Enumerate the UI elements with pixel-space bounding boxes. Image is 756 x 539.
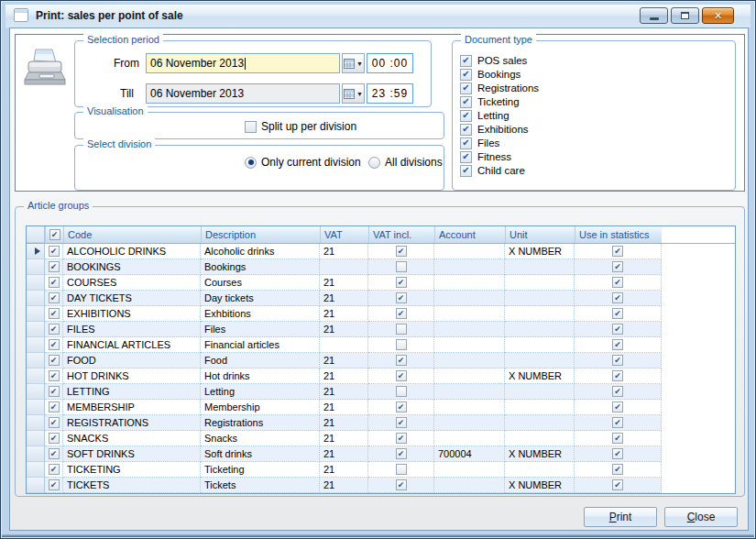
- table-row[interactable]: SNACKSSnacks21: [27, 431, 735, 446]
- row-selector-cell[interactable]: [27, 291, 45, 306]
- vinc-checkbox[interactable]: [396, 370, 407, 381]
- row-selector-cell[interactable]: [27, 244, 45, 259]
- row-selector-cell[interactable]: [27, 259, 45, 275]
- stat-checkbox[interactable]: [612, 308, 623, 319]
- from-time-input[interactable]: 00 :00: [367, 53, 413, 73]
- document-type-checkbox[interactable]: [460, 165, 472, 177]
- table-row[interactable]: ALCOHOLIC DRINKSAlcoholic drinks21X NUMB…: [27, 244, 735, 259]
- document-type-item[interactable]: Files: [460, 137, 499, 149]
- stat-checkbox[interactable]: [612, 386, 623, 397]
- document-type-checkbox[interactable]: [460, 124, 472, 136]
- chk-checkbox[interactable]: [49, 417, 60, 428]
- vinc-checkbox[interactable]: [396, 433, 407, 444]
- chk-checkbox[interactable]: [49, 355, 60, 366]
- table-row[interactable]: COURSESCourses21: [27, 275, 735, 291]
- select-all-checkbox[interactable]: [49, 229, 60, 240]
- only-current-division-radio[interactable]: [245, 157, 257, 169]
- row-selector-cell[interactable]: [27, 368, 45, 384]
- chk-checkbox[interactable]: [49, 464, 60, 475]
- table-row[interactable]: HOT DRINKSHot drinks21X NUMBER: [27, 368, 735, 384]
- document-type-item[interactable]: Ticketing: [460, 95, 520, 108]
- vinc-checkbox[interactable]: [396, 261, 407, 272]
- vinc-checkbox[interactable]: [396, 355, 407, 366]
- minimize-button[interactable]: [640, 7, 668, 24]
- till-time-input[interactable]: 23 :59: [367, 83, 413, 104]
- chk-checkbox[interactable]: [49, 339, 60, 350]
- stat-checkbox[interactable]: [612, 292, 623, 303]
- row-selector-cell[interactable]: [27, 431, 45, 446]
- table-row[interactable]: FOODFood21: [27, 353, 735, 368]
- row-selector-cell[interactable]: [27, 446, 45, 462]
- document-type-checkbox[interactable]: [460, 55, 472, 67]
- document-type-checkbox[interactable]: [460, 138, 472, 149]
- all-divisions-radio[interactable]: [368, 157, 380, 169]
- column-header-desc[interactable]: Description: [201, 226, 320, 243]
- chk-checkbox[interactable]: [49, 292, 60, 303]
- document-type-checkbox[interactable]: [460, 82, 472, 94]
- column-header-stat[interactable]: Use in statistics: [575, 226, 662, 243]
- chk-checkbox[interactable]: [49, 246, 60, 257]
- chk-checkbox[interactable]: [49, 370, 60, 381]
- column-header-acc[interactable]: Account: [434, 226, 505, 243]
- vinc-checkbox[interactable]: [396, 464, 407, 475]
- row-selector-cell[interactable]: [27, 462, 45, 478]
- vinc-checkbox[interactable]: [396, 277, 407, 288]
- stat-checkbox[interactable]: [612, 339, 623, 350]
- table-row[interactable]: LETTINGLetting21: [27, 384, 735, 400]
- table-row[interactable]: EXHIBITIONSExhbitions21: [27, 306, 735, 322]
- row-selector-cell[interactable]: [27, 275, 45, 291]
- stat-checkbox[interactable]: [612, 355, 623, 366]
- vinc-checkbox[interactable]: [396, 479, 407, 490]
- row-selector-cell[interactable]: [27, 353, 45, 368]
- close-button[interactable]: ✕: [702, 7, 734, 24]
- row-selector-cell[interactable]: [27, 415, 45, 431]
- row-selector-cell[interactable]: [27, 478, 45, 493]
- split-per-division-checkbox[interactable]: [245, 121, 257, 133]
- table-row[interactable]: MEMBERSHIPMembership21: [27, 400, 735, 415]
- all-divisions-option[interactable]: All divisions: [368, 156, 443, 169]
- vinc-checkbox[interactable]: [396, 246, 407, 257]
- document-type-item[interactable]: Bookings: [460, 68, 520, 81]
- close-button-footer[interactable]: Close: [664, 507, 738, 527]
- table-row[interactable]: BOOKINGSBookings: [27, 259, 735, 275]
- vinc-checkbox[interactable]: [396, 386, 407, 397]
- table-row[interactable]: REGISTRATIONSRegistrations21: [27, 415, 735, 431]
- from-calendar-button[interactable]: ▼: [342, 53, 365, 73]
- column-header-vat[interactable]: VAT: [320, 226, 368, 243]
- document-type-checkbox[interactable]: [460, 110, 472, 122]
- till-calendar-button[interactable]: ▼: [342, 83, 365, 104]
- split-per-division-option[interactable]: Split up per division: [245, 120, 356, 133]
- chk-checkbox[interactable]: [49, 479, 60, 490]
- stat-checkbox[interactable]: [612, 324, 623, 335]
- vinc-checkbox[interactable]: [396, 402, 407, 412]
- column-header-code[interactable]: Code: [63, 226, 201, 243]
- chk-checkbox[interactable]: [49, 402, 60, 412]
- chk-checkbox[interactable]: [49, 277, 60, 288]
- stat-checkbox[interactable]: [612, 479, 623, 490]
- column-header-unit[interactable]: Unit: [505, 226, 575, 243]
- table-row[interactable]: DAY TICKETSDay tickets21: [27, 291, 735, 306]
- table-row[interactable]: FILESFiles21: [27, 322, 735, 337]
- vinc-checkbox[interactable]: [396, 448, 407, 459]
- only-current-division-option[interactable]: Only current division: [245, 156, 361, 169]
- stat-checkbox[interactable]: [612, 246, 623, 257]
- print-button[interactable]: Print: [584, 507, 657, 527]
- chk-checkbox[interactable]: [49, 448, 60, 459]
- column-header-vinc[interactable]: VAT incl.: [368, 226, 434, 243]
- till-date-input[interactable]: 06 November 2013: [146, 83, 340, 104]
- row-selector-cell[interactable]: [27, 306, 45, 322]
- table-row[interactable]: TICKETSTickets21X NUMBER: [27, 478, 735, 493]
- chk-checkbox[interactable]: [49, 261, 60, 272]
- row-selector-cell[interactable]: [27, 337, 45, 353]
- chk-checkbox[interactable]: [49, 308, 60, 319]
- chk-checkbox[interactable]: [49, 386, 60, 397]
- stat-checkbox[interactable]: [612, 261, 623, 272]
- document-type-checkbox[interactable]: [460, 96, 472, 108]
- chk-checkbox[interactable]: [49, 433, 60, 444]
- stat-checkbox[interactable]: [612, 402, 623, 412]
- table-row[interactable]: SOFT DRINKSSoft drinks21700004X NUMBER: [27, 446, 735, 462]
- maximize-button[interactable]: [671, 7, 699, 24]
- chk-checkbox[interactable]: [49, 324, 60, 335]
- stat-checkbox[interactable]: [612, 277, 623, 288]
- document-type-checkbox[interactable]: [460, 151, 472, 163]
